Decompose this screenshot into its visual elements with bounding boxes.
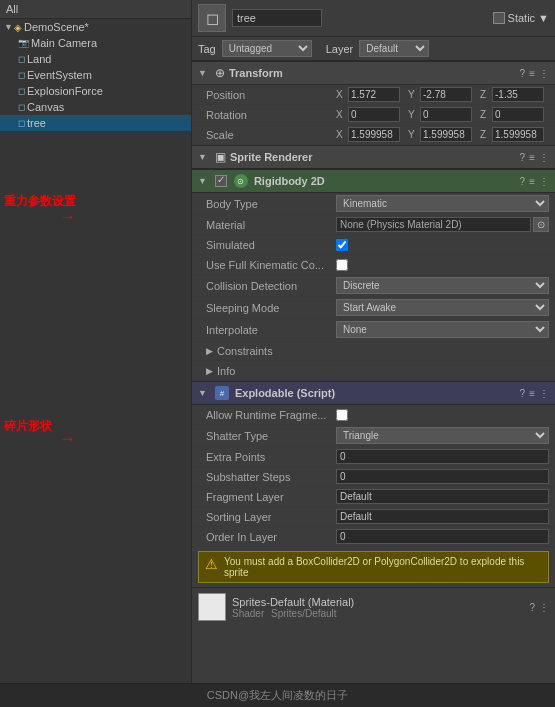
hierarchy-item-tree[interactable]: ◻ tree	[0, 115, 191, 131]
explodable-header[interactable]: ▼ # Explodable (Script) ? ≡ ⋮	[192, 381, 555, 405]
explodable-settings[interactable]: ≡	[529, 388, 535, 399]
rigidbody-help[interactable]: ?	[520, 176, 526, 187]
scale-y-input[interactable]	[420, 127, 472, 142]
position-z-input[interactable]	[492, 87, 544, 102]
bottom-bar: CSDN@我左人间凌数的日子	[0, 683, 555, 707]
material-preview	[198, 593, 226, 621]
body-type-label: Body Type	[206, 198, 336, 210]
warning-text: You must add a BoxCollider2D or PolygonC…	[224, 556, 542, 578]
transform-arrow: ▼	[198, 68, 207, 78]
item-label: Main Camera	[31, 37, 97, 49]
transform-settings[interactable]: ≡	[529, 68, 535, 79]
allow-runtime-value	[336, 409, 549, 421]
static-dropdown-icon[interactable]: ▼	[538, 12, 549, 24]
material-menu[interactable]: ⋮	[539, 602, 549, 613]
sprite-menu[interactable]: ⋮	[539, 152, 549, 163]
rigidbody-menu[interactable]: ⋮	[539, 176, 549, 187]
fragment-annotation: 碎片形状	[4, 418, 52, 435]
item-label: EventSystem	[27, 69, 92, 81]
transform-help[interactable]: ?	[520, 68, 526, 79]
scale-x-input[interactable]	[348, 127, 400, 142]
allow-runtime-checkbox[interactable]	[336, 409, 348, 421]
subshatter-steps-input[interactable]	[336, 469, 549, 484]
position-x-field: X	[336, 87, 405, 102]
material-name: Sprites-Default (Material)	[232, 596, 523, 608]
static-checkbox[interactable]	[493, 12, 505, 24]
scale-z-field: Z	[480, 127, 549, 142]
order-in-layer-input[interactable]	[336, 529, 549, 544]
gravity-arrow: →	[60, 208, 76, 226]
material-actions: ? ⋮	[529, 602, 549, 613]
shatter-type-row: Shatter Type Triangle Voronoi	[192, 425, 555, 447]
rigidbody2d-header[interactable]: ▼ ⊙ Rigidbody 2D ? ≡ ⋮	[192, 169, 555, 193]
position-row: Position X Y Z	[192, 85, 555, 105]
interpolate-value: None Interpolate Extrapolate	[336, 321, 549, 338]
material-section[interactable]: Sprites-Default (Material) Shader Sprite…	[192, 587, 555, 626]
object-name-input[interactable]	[232, 9, 322, 27]
sorting-layer-input[interactable]	[336, 509, 549, 524]
scale-z-input[interactable]	[492, 127, 544, 142]
shatter-type-select[interactable]: Triangle Voronoi	[336, 427, 549, 444]
hierarchy-item-maincamera[interactable]: 📷 Main Camera	[0, 35, 191, 51]
rz-label: Z	[480, 109, 490, 120]
material-prop-label: Material	[206, 219, 336, 231]
rotation-y-field: Y	[408, 107, 477, 122]
use-full-kinematic-value	[336, 259, 549, 271]
extra-points-row: Extra Points	[192, 447, 555, 467]
hierarchy-item-explosionforce[interactable]: ◻ ExplosionForce	[0, 83, 191, 99]
position-y-field: Y	[408, 87, 477, 102]
sorting-layer-row: Sorting Layer	[192, 507, 555, 527]
transform-header[interactable]: ▼ ⊕ Transform ? ≡ ⋮	[192, 61, 555, 85]
use-full-kinematic-checkbox[interactable]	[336, 259, 348, 271]
explodable-help[interactable]: ?	[520, 388, 526, 399]
simulated-checkbox[interactable]	[336, 239, 348, 251]
layer-select[interactable]: Default	[359, 40, 429, 57]
ry-label: Y	[408, 109, 418, 120]
item-label: Canvas	[27, 101, 64, 113]
position-y-input[interactable]	[420, 87, 472, 102]
hierarchy-item-land[interactable]: ◻ Land	[0, 51, 191, 67]
order-in-layer-value	[336, 529, 549, 544]
rigidbody-settings[interactable]: ≡	[529, 176, 535, 187]
explodable-icon: #	[215, 386, 229, 400]
rotation-y-input[interactable]	[420, 107, 472, 122]
fragment-layer-input[interactable]	[336, 489, 549, 504]
rotation-x-input[interactable]	[348, 107, 400, 122]
position-value: X Y Z	[336, 87, 549, 102]
position-x-input[interactable]	[348, 87, 400, 102]
material-shader-row: Shader Sprites/Default	[232, 608, 523, 619]
position-z-field: Z	[480, 87, 549, 102]
info-row[interactable]: ▶ Info	[192, 361, 555, 381]
rigidbody-enable-checkbox[interactable]	[215, 175, 227, 187]
interpolate-select[interactable]: None Interpolate Extrapolate	[336, 321, 549, 338]
material-help[interactable]: ?	[529, 602, 535, 613]
explodable-menu[interactable]: ⋮	[539, 388, 549, 399]
tag-select[interactable]: Untagged	[222, 40, 312, 57]
hierarchy-item-eventsystem[interactable]: ◻ EventSystem	[0, 67, 191, 83]
expand-arrow: ▼	[4, 22, 14, 32]
material-ref-btn[interactable]: ⊙	[533, 217, 549, 232]
sleeping-mode-select[interactable]: Start Awake Start Asleep Never Sleep	[336, 299, 549, 316]
transform-menu[interactable]: ⋮	[539, 68, 549, 79]
gameobj-icon: ◻	[18, 54, 25, 64]
hierarchy-item-canvas[interactable]: ◻ Canvas	[0, 99, 191, 115]
extra-points-input[interactable]	[336, 449, 549, 464]
rx-label: X	[336, 109, 346, 120]
hierarchy-item-demoscene[interactable]: ▼ ◈ DemoScene*	[0, 19, 191, 35]
collision-detection-select[interactable]: Discrete Continuous	[336, 277, 549, 294]
sleeping-mode-row: Sleeping Mode Start Awake Start Asleep N…	[192, 297, 555, 319]
sprite-settings[interactable]: ≡	[529, 152, 535, 163]
sprite-help[interactable]: ?	[520, 152, 526, 163]
fragment-layer-value	[336, 489, 549, 504]
hierarchy-panel: All ▼ ◈ DemoScene* 📷 Main Camera ◻ Land …	[0, 0, 192, 707]
constraints-row[interactable]: ▶ Constraints	[192, 341, 555, 361]
rotation-label: Rotation	[206, 109, 336, 121]
sprite-renderer-header[interactable]: ▼ ▣ Sprite Renderer ? ≡ ⋮	[192, 145, 555, 169]
x-label: X	[336, 89, 346, 100]
rotation-z-input[interactable]	[492, 107, 544, 122]
scale-value: X Y Z	[336, 127, 549, 142]
collision-detection-label: Collision Detection	[206, 280, 336, 292]
transform-title: Transform	[229, 67, 516, 79]
sx-label: X	[336, 129, 346, 140]
body-type-select[interactable]: Kinematic Dynamic Static	[336, 195, 549, 212]
